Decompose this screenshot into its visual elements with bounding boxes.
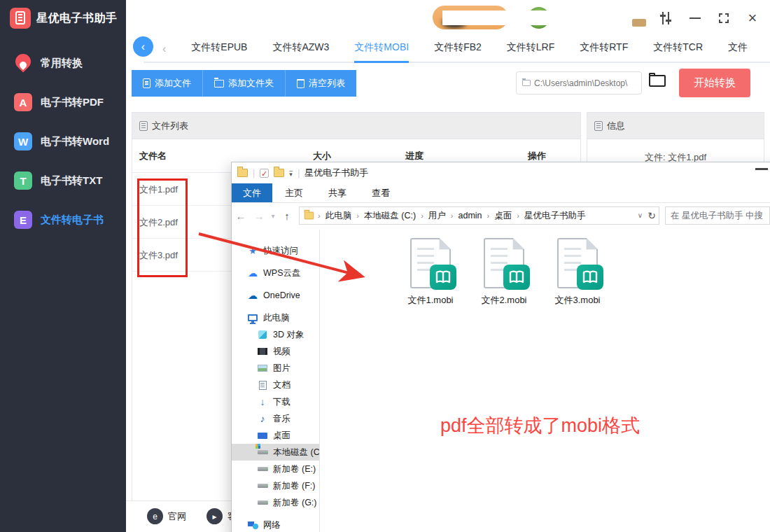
side-onedrive[interactable]: ☁OneDrive xyxy=(232,287,319,304)
minimize-button[interactable] xyxy=(686,9,704,27)
side-disk-c[interactable]: 本地磁盘 (C:) xyxy=(232,444,319,461)
crumb-users[interactable]: 用户 xyxy=(427,210,447,222)
trash-icon xyxy=(297,79,304,88)
save-dir-input[interactable]: C:\Users\admin\Desktop\ xyxy=(516,71,642,94)
side-quick-access[interactable]: ★快速访问 xyxy=(232,242,319,259)
address-dropdown-icon[interactable]: ˅ xyxy=(638,212,642,220)
nav-item-label: 电子书转TXT xyxy=(41,174,102,188)
new-folder-icon[interactable] xyxy=(274,169,284,177)
explorer-titlebar[interactable]: | ✓ –▾ | 星优电子书助手 xyxy=(232,162,770,183)
chevron-left-icon[interactable]: ‹ xyxy=(162,43,166,55)
annotation-rectangle xyxy=(137,178,188,277)
add-file-button[interactable]: 添加文件 xyxy=(132,70,203,97)
picture-icon xyxy=(257,363,268,374)
official-site-link[interactable]: e 官网 xyxy=(147,508,186,524)
close-button[interactable]: × xyxy=(743,9,762,27)
menu-home[interactable]: 主页 xyxy=(272,183,316,202)
tab-azw3[interactable]: 文件转AZW3 xyxy=(272,35,329,63)
nav-item-label: 文件转电子书 xyxy=(41,214,104,227)
nav-item-ebook-to-pdf[interactable]: A 电子书转PDF xyxy=(0,83,126,122)
side-wps-cloud[interactable]: ☁WPS云盘 xyxy=(232,265,319,281)
app-sidebar: 星优电子书助手 常用转换 A 电子书转PDF W 电子书转Word T 电子书转… xyxy=(0,0,126,532)
explorer-search-input[interactable]: 在 星优电子书助手 中搜 xyxy=(665,206,770,225)
crumb-admin[interactable]: admin xyxy=(457,211,484,220)
explorer-addressbar: ← → ▾ ↑ › 此电脑 › 本地磁盘 (C:) › 用户 › admin ›… xyxy=(232,203,770,228)
side-volume-f[interactable]: 新加卷 (F:) xyxy=(232,477,319,494)
breadcrumb[interactable]: › 此电脑 › 本地磁盘 (C:) › 用户 › admin › 桌面 › 星优… xyxy=(299,206,659,225)
tab-scroll-back-button[interactable]: ‹ xyxy=(133,36,153,57)
back-arrow-icon[interactable]: ← xyxy=(232,210,250,222)
convert-tabbar: ‹ ‹ 文件转EPUB 文件转AZW3 文件转MOBI 文件转FB2 文件转LR… xyxy=(126,35,770,63)
side-videos[interactable]: 视频 xyxy=(232,343,319,360)
list-icon xyxy=(139,121,148,131)
mobi-file-2[interactable]: 文件2.mobi xyxy=(469,238,539,307)
folder-icon xyxy=(304,212,314,220)
nav-item-label: 电子书转Word xyxy=(41,135,109,148)
mobi-file-1[interactable]: 文件1.mobi xyxy=(396,238,465,307)
folder-icon xyxy=(237,169,248,177)
refresh-icon[interactable]: ↻ xyxy=(648,210,656,221)
browse-folder-button[interactable] xyxy=(649,73,667,88)
mobi-file-3[interactable]: 文件3.mobi xyxy=(542,238,612,307)
col-size: 大小 xyxy=(313,150,331,162)
col-filename: 文件名 xyxy=(139,150,167,162)
crumb-desktop[interactable]: 桌面 xyxy=(493,210,513,222)
up-arrow-icon[interactable]: ↑ xyxy=(278,210,296,222)
side-network[interactable]: 网络 xyxy=(232,517,319,532)
tab-truncated[interactable]: 文件 xyxy=(728,35,748,63)
tab-tcr[interactable]: 文件转TCR xyxy=(653,35,703,63)
tab-fb2[interactable]: 文件转FB2 xyxy=(434,35,482,63)
menu-view[interactable]: 查看 xyxy=(359,183,402,202)
side-volume-e[interactable]: 新加卷 (E:) xyxy=(232,461,319,477)
properties-check-icon[interactable]: ✓ xyxy=(260,169,269,178)
info-panel-header: 信息 xyxy=(587,113,764,139)
tab-lrf[interactable]: 文件转LRF xyxy=(507,35,554,63)
drive-icon xyxy=(257,497,268,508)
nav-item-common-convert[interactable]: 常用转换 xyxy=(0,43,126,83)
word-icon: W xyxy=(14,132,32,150)
side-documents[interactable]: 文档 xyxy=(232,377,319,393)
side-3d-objects[interactable]: 3D 对象 xyxy=(232,326,319,343)
drive-icon xyxy=(257,447,268,458)
info-icon xyxy=(594,121,603,131)
quick-access-toolbar-dropdown[interactable]: –▾ xyxy=(289,169,293,176)
side-this-pc[interactable]: 此电脑 xyxy=(232,309,319,326)
tab-rtf[interactable]: 文件转RTF xyxy=(580,35,628,63)
tab-epub[interactable]: 文件转EPUB xyxy=(191,35,247,63)
side-music[interactable]: ♪音乐 xyxy=(232,410,319,427)
menu-share[interactable]: 共享 xyxy=(316,183,359,202)
app-logo-icon xyxy=(10,8,31,29)
app-nav: 常用转换 A 电子书转PDF W 电子书转Word T 电子书转TXT E 文件… xyxy=(0,43,126,239)
maximize-button[interactable] xyxy=(715,9,733,27)
toolbar: 添加文件 添加文件夹 清空列表 保存目录: C:\Users\admin\Des… xyxy=(126,63,770,112)
explorer-minimize-button[interactable] xyxy=(755,168,768,170)
history-dropdown-icon[interactable]: ▾ xyxy=(268,212,278,220)
blurred-icon xyxy=(632,19,646,27)
crumb-this-pc[interactable]: 此电脑 xyxy=(324,210,354,222)
side-desktop[interactable]: 桌面 xyxy=(232,427,319,444)
mobi-file-icon xyxy=(484,238,524,288)
side-volume-g[interactable]: 新加卷 (G:) xyxy=(232,494,319,511)
support-icon: ▸ xyxy=(206,508,223,524)
side-downloads[interactable]: ↓下载 xyxy=(232,393,319,410)
start-convert-button[interactable]: 开始转换 xyxy=(679,69,750,97)
clear-list-button[interactable]: 清空列表 xyxy=(286,70,356,97)
crumb-app-folder[interactable]: 星优电子书助手 xyxy=(523,210,587,222)
nav-item-file-to-ebook[interactable]: E 文件转电子书 xyxy=(0,200,126,239)
settings-icon[interactable] xyxy=(657,9,675,27)
side-pictures[interactable]: 图片 xyxy=(232,360,319,377)
nav-item-ebook-to-word[interactable]: W 电子书转Word xyxy=(0,122,126,161)
explorer-content: 文件1.mobi 文件2.mobi 文件3.mobi pdf全部转成了mobi格… xyxy=(320,230,770,532)
forward-arrow-icon[interactable]: → xyxy=(250,210,268,222)
crumb-disk-c[interactable]: 本地磁盘 (C:) xyxy=(363,210,417,222)
desktop-icon xyxy=(257,430,268,441)
add-folder-button[interactable]: 添加文件夹 xyxy=(203,70,286,97)
nav-item-label: 电子书转PDF xyxy=(41,96,104,109)
app-title: 星优电子书助手 xyxy=(36,11,118,26)
mobi-file-icon xyxy=(557,238,598,288)
menu-file[interactable]: 文件 xyxy=(232,183,272,202)
tab-mobi[interactable]: 文件转MOBI xyxy=(354,35,409,63)
nav-item-ebook-to-txt[interactable]: T 电子书转TXT xyxy=(0,161,126,200)
app-titlebar: × xyxy=(126,0,770,35)
screen: 星优电子书助手 常用转换 A 电子书转PDF W 电子书转Word T 电子书转… xyxy=(0,0,770,532)
